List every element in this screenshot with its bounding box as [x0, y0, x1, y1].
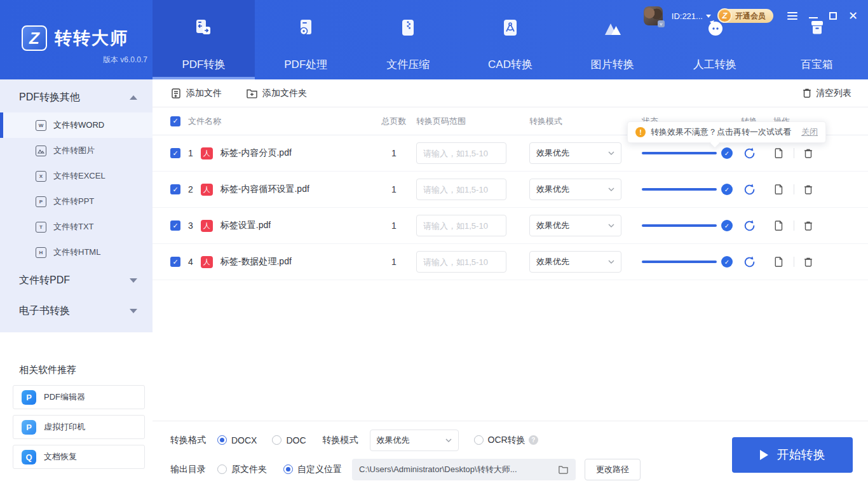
- add-folder-icon: [246, 88, 258, 98]
- row-index: 2: [188, 184, 193, 194]
- progress-bar: [642, 152, 717, 154]
- sidebar-item-to-excel[interactable]: X 文件转EXCEL: [0, 163, 153, 189]
- chevron-down-icon: [130, 309, 137, 313]
- open-file-icon[interactable]: [773, 184, 785, 195]
- recommend-label: 文档恢复: [44, 451, 77, 463]
- page-range-input[interactable]: [416, 215, 506, 236]
- sidebar: PDF转换其他 W 文件转WORD 文件转图片 X 文件转EXCEL P 文件转…: [0, 79, 153, 488]
- pdf-file-icon: 人: [201, 220, 213, 232]
- clear-list-button[interactable]: 清空列表: [802, 88, 851, 99]
- sidebar-item-label: 文件转PPT: [53, 196, 94, 207]
- row-index: 1: [188, 148, 193, 158]
- reconvert-icon[interactable]: [743, 255, 756, 269]
- delete-row-icon[interactable]: [803, 148, 813, 159]
- cad-icon: [499, 18, 521, 41]
- file-name: 标签-数据处理.pdf: [220, 256, 292, 268]
- output-path-field[interactable]: C:\Users\Administrator\Desktop\转转大师...: [352, 459, 576, 480]
- sidebar-section-ebook[interactable]: 电子书转换: [0, 295, 153, 326]
- start-convert-button[interactable]: 开始转换: [732, 437, 853, 473]
- sidebar-item-label: 文件转HTML: [53, 247, 100, 258]
- tooltip-close-link[interactable]: 关闭: [801, 126, 818, 138]
- radio-original-folder[interactable]: 原文件夹: [217, 464, 267, 475]
- nav-pdf-convert[interactable]: PDF转换: [153, 0, 255, 79]
- mode-select[interactable]: 效果优先: [529, 142, 621, 164]
- select-all-checkbox[interactable]: ✓: [170, 116, 180, 126]
- add-folder-button[interactable]: 添加文件夹: [246, 88, 307, 99]
- file-name: 标签设置.pdf: [220, 220, 271, 231]
- avatar[interactable]: v: [644, 6, 663, 25]
- sidebar-item-to-html[interactable]: H 文件转HTML: [0, 240, 153, 265]
- sidebar-item-label: 文件转TXT: [53, 221, 94, 233]
- minimize-button[interactable]: [809, 17, 818, 18]
- nav-label: PDF处理: [284, 57, 327, 72]
- done-check-icon[interactable]: ✓: [721, 220, 733, 231]
- nav-file-compress[interactable]: 文件压缩: [357, 0, 459, 79]
- delete-row-icon[interactable]: [803, 257, 813, 268]
- row-checkbox[interactable]: ✓: [170, 148, 180, 158]
- done-check-icon[interactable]: ✓: [721, 147, 733, 159]
- app-header: Z 转转大师 版本 v6.0.0.7 PDF转换 PDF处理 文件压缩: [0, 0, 868, 79]
- mode-select[interactable]: 效果优先: [529, 179, 621, 200]
- recommend-pdf-editor[interactable]: P PDF编辑器: [13, 385, 145, 409]
- recommend-doc-recovery[interactable]: Q 文档恢复: [13, 445, 145, 469]
- table-row: ✓ 2 人 标签-内容循环设置.pdf 1 效果优先 ✓: [153, 172, 868, 208]
- page-range-input[interactable]: [416, 251, 506, 273]
- mode-label: 转换模式: [323, 435, 358, 446]
- mode-select[interactable]: 效果优先: [529, 215, 621, 236]
- add-file-button[interactable]: 添加文件: [170, 88, 222, 99]
- sidebar-section-to-pdf[interactable]: 文件转PDF: [0, 265, 153, 295]
- sidebar-item-to-word[interactable]: W 文件转WORD: [0, 112, 153, 138]
- delete-row-icon[interactable]: [803, 220, 813, 231]
- page-range-input[interactable]: [416, 142, 506, 164]
- sidebar-item-to-image[interactable]: 文件转图片: [0, 138, 153, 163]
- close-button[interactable]: ✕: [848, 10, 858, 22]
- open-file-icon[interactable]: [773, 256, 785, 268]
- sidebar-item-to-txt[interactable]: T 文件转TXT: [0, 214, 153, 240]
- radio-custom-location[interactable]: 自定义位置: [283, 464, 342, 475]
- format-label: 转换格式: [170, 435, 206, 446]
- sidebar-item-to-ppt[interactable]: P 文件转PPT: [0, 189, 153, 214]
- nav-label: 图片转换: [591, 57, 634, 72]
- row-checkbox[interactable]: ✓: [170, 184, 180, 194]
- nav-cad-convert[interactable]: CAD转换: [459, 0, 562, 79]
- txt-file-icon: T: [36, 222, 46, 233]
- row-checkbox[interactable]: ✓: [170, 257, 180, 267]
- user-id[interactable]: ID:221...: [672, 11, 711, 21]
- page-range-input[interactable]: [416, 179, 506, 200]
- page-count: 1: [372, 184, 416, 194]
- done-check-icon[interactable]: ✓: [721, 256, 733, 268]
- footer-mode-select[interactable]: 效果优先: [370, 430, 459, 451]
- radio-ocr[interactable]: OCR转换: [474, 435, 526, 446]
- retry-tooltip: ! 转换效果不满意？点击再转一次试试看 关闭: [627, 121, 826, 143]
- maximize-button[interactable]: [829, 12, 837, 20]
- sidebar-section-pdf-other[interactable]: PDF转换其他: [0, 82, 153, 112]
- add-file-label: 添加文件: [186, 88, 222, 99]
- image-file-icon: [36, 146, 46, 156]
- reconvert-icon[interactable]: [743, 147, 756, 160]
- change-path-button[interactable]: 更改路径: [585, 459, 641, 480]
- file-name: 标签-内容循环设置.pdf: [220, 184, 309, 195]
- image-icon: [601, 18, 624, 41]
- recommend-virtual-printer[interactable]: P 虚拟打印机: [13, 415, 145, 439]
- reconvert-icon[interactable]: [743, 219, 756, 233]
- row-checkbox[interactable]: ✓: [170, 220, 180, 231]
- done-check-icon[interactable]: ✓: [721, 184, 733, 195]
- help-icon[interactable]: ?: [529, 435, 538, 445]
- nav-label: 百宝箱: [801, 57, 833, 72]
- radio-docx[interactable]: DOCX: [217, 435, 257, 445]
- chevron-down-icon: [608, 187, 614, 191]
- table-row: ✓ 3 人 标签设置.pdf 1 效果优先 ✓: [153, 208, 868, 244]
- play-icon: [760, 450, 768, 460]
- open-file-icon[interactable]: [773, 147, 785, 159]
- col-page-range: 转换页码范围: [416, 116, 529, 127]
- radio-doc[interactable]: DOC: [272, 435, 306, 445]
- vip-upgrade-badge[interactable]: Z开通会员: [720, 9, 773, 23]
- clear-list-label: 清空列表: [816, 88, 851, 99]
- reconvert-icon[interactable]: [743, 183, 756, 196]
- open-file-icon[interactable]: [773, 220, 785, 231]
- delete-row-icon[interactable]: [803, 184, 813, 195]
- menu-icon[interactable]: [787, 12, 797, 20]
- mode-select[interactable]: 效果优先: [529, 251, 621, 273]
- nav-pdf-process[interactable]: PDF处理: [255, 0, 357, 79]
- main-panel: 添加文件 添加文件夹 清空列表 ✓ 文件名称 总页数 转换页码范围 转换模式 状…: [153, 79, 868, 488]
